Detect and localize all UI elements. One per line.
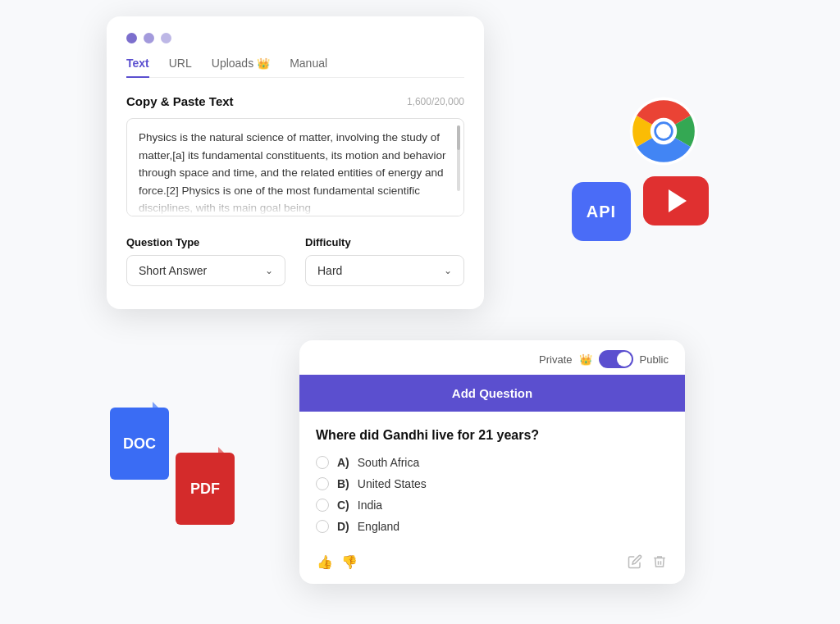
copy-paste-title: Copy & Paste Text [126, 94, 234, 108]
youtube-icon [643, 176, 709, 225]
question-text: Where did Gandhi live for 21 years? [299, 428, 685, 443]
answer-option-d: D) England [316, 520, 669, 533]
scroll-bar [457, 125, 460, 191]
chevron-down-icon: ⌄ [265, 265, 273, 276]
answer-option-c: C) India [316, 499, 669, 512]
difficulty-group: Difficulty Hard ⌄ [305, 236, 464, 286]
letter-d: D) [337, 520, 349, 533]
answer-text-d: England [358, 520, 399, 533]
quiz-card: Private 👑 Public Add Question Where did … [299, 340, 685, 584]
form-row: Question Type Short Answer ⌄ Difficulty … [126, 236, 464, 286]
privacy-private-label: Private [539, 353, 572, 366]
toggle-thumb [617, 352, 632, 367]
chevron-down-icon-2: ⌄ [444, 265, 452, 276]
question-type-label: Question Type [126, 236, 285, 248]
answer-options: A) South Africa B) United States C) Indi… [299, 456, 685, 533]
window-dots [126, 33, 464, 43]
tab-url[interactable]: URL [169, 57, 192, 78]
uploads-crown-icon: 👑 [257, 57, 270, 70]
youtube-play-icon [669, 189, 687, 212]
letter-a: A) [337, 456, 349, 469]
question-type-select[interactable]: Short Answer ⌄ [126, 255, 285, 286]
answer-option-a: A) South Africa [316, 456, 669, 469]
tabs-row: Text URL Uploads 👑 Manual [126, 57, 464, 78]
radio-d[interactable] [316, 520, 329, 533]
privacy-toggle[interactable] [599, 350, 633, 368]
svg-point-3 [656, 124, 671, 139]
answer-text-c: India [358, 499, 382, 512]
input-card: Text URL Uploads 👑 Manual Copy & Paste T… [107, 16, 484, 309]
privacy-public-label: Public [640, 353, 669, 366]
letter-c: C) [337, 499, 349, 512]
answer-option-b: B) United States [316, 477, 669, 490]
text-area-box[interactable]: Physics is the natural science of matter… [126, 118, 464, 216]
tab-uploads[interactable]: Uploads 👑 [212, 57, 270, 78]
char-count: 1,600/20,000 [407, 96, 464, 107]
question-type-value: Short Answer [139, 264, 207, 277]
radio-a[interactable] [316, 456, 329, 469]
api-label: API [587, 203, 616, 221]
doc-label: DOC [123, 435, 156, 453]
window-dot-2 [144, 33, 154, 43]
api-icon: API [572, 182, 631, 241]
difficulty-select[interactable]: Hard ⌄ [305, 255, 464, 286]
delete-icon[interactable] [651, 553, 669, 571]
answer-text-a: South Africa [358, 456, 420, 469]
tab-manual[interactable]: Manual [290, 57, 327, 78]
answer-text-b: United States [358, 477, 427, 490]
action-icons-right [626, 553, 669, 571]
radio-b[interactable] [316, 477, 329, 490]
thumbs-down-icon[interactable]: 👎 [340, 553, 358, 571]
radio-c[interactable] [316, 499, 329, 512]
tab-text[interactable]: Text [126, 57, 149, 78]
pdf-body: PDF [176, 453, 235, 525]
pdf-icon: PDF [172, 447, 238, 525]
scroll-thumb [457, 125, 460, 150]
privacy-crown-icon: 👑 [579, 353, 592, 366]
edit-icon[interactable] [626, 553, 644, 571]
pdf-label: PDF [190, 481, 220, 498]
privacy-row: Private 👑 Public [299, 340, 685, 375]
window-dot-3 [161, 33, 171, 43]
doc-icon: DOC [107, 402, 172, 480]
thumbs-up-icon[interactable]: 👍 [316, 553, 334, 571]
card-actions: 👍 👎 [299, 546, 685, 571]
add-question-button[interactable]: Add Question [299, 375, 685, 412]
difficulty-label: Difficulty [305, 236, 464, 248]
question-type-group: Question Type Short Answer ⌄ [126, 236, 285, 286]
body-text: Physics is the natural science of matter… [139, 131, 445, 214]
chrome-icon [627, 94, 701, 168]
doc-body: DOC [110, 408, 169, 480]
scene: Text URL Uploads 👑 Manual Copy & Paste T… [0, 0, 840, 624]
window-dot-1 [126, 33, 137, 43]
letter-b: B) [337, 477, 349, 490]
action-icons-left: 👍 👎 [316, 553, 358, 571]
copy-paste-header: Copy & Paste Text 1,600/20,000 [126, 94, 464, 108]
difficulty-value: Hard [317, 264, 342, 277]
